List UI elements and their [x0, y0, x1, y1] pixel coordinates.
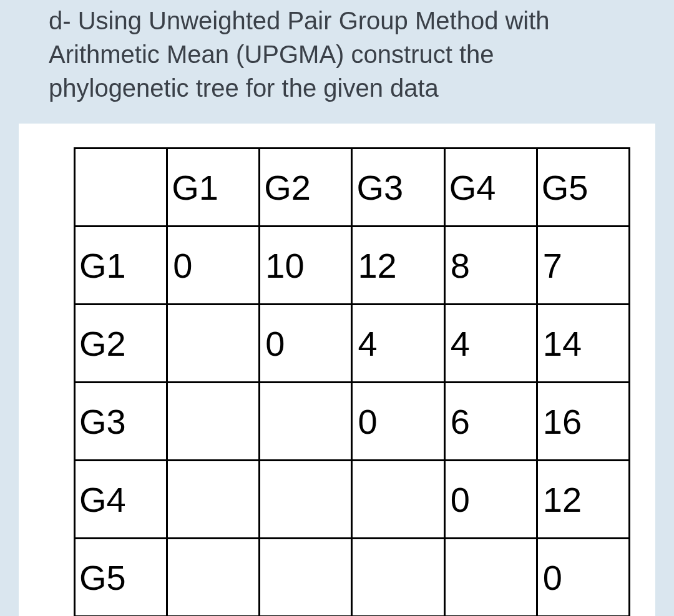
header-empty [75, 149, 167, 227]
cell: 10 [260, 227, 352, 305]
row-label-g1: G1 [75, 227, 167, 305]
cell: 0 [260, 305, 352, 383]
cell: 12 [537, 461, 629, 539]
cell: 0 [537, 539, 629, 617]
header-g4: G4 [444, 149, 537, 227]
cell [260, 539, 352, 617]
cell: 0 [167, 227, 260, 305]
header-g5: G5 [537, 149, 629, 227]
cell [167, 461, 260, 539]
table-row: G5 0 [75, 539, 630, 617]
row-label-g3: G3 [75, 383, 167, 461]
cell [444, 539, 537, 617]
cell: 8 [444, 227, 537, 305]
cell [167, 383, 260, 461]
cell: 4 [444, 305, 537, 383]
header-g3: G3 [352, 149, 444, 227]
cell [352, 539, 444, 617]
cell: 14 [537, 305, 629, 383]
cell [167, 305, 260, 383]
header-g2: G2 [260, 149, 352, 227]
row-label-g5: G5 [75, 539, 167, 617]
question-text: d- Using Unweighted Pair Group Method wi… [0, 0, 674, 124]
cell [352, 461, 444, 539]
table-row: G2 0 4 4 14 [75, 305, 630, 383]
row-label-g4: G4 [75, 461, 167, 539]
cell: 0 [444, 461, 537, 539]
header-g1: G1 [167, 149, 260, 227]
table-header-row: G1 G2 G3 G4 G5 [75, 149, 630, 227]
distance-matrix-table: G1 G2 G3 G4 G5 G1 0 10 12 8 7 G2 0 4 4 1… [74, 147, 630, 616]
table-row: G4 0 12 [75, 461, 630, 539]
cell: 16 [537, 383, 629, 461]
cell: 4 [352, 305, 444, 383]
cell: 0 [352, 383, 444, 461]
table-row: G3 0 6 16 [75, 383, 630, 461]
table-row: G1 0 10 12 8 7 [75, 227, 630, 305]
cell: 6 [444, 383, 537, 461]
cell: 12 [352, 227, 444, 305]
row-label-g2: G2 [75, 305, 167, 383]
cell [167, 539, 260, 617]
cell [260, 383, 352, 461]
cell: 7 [537, 227, 629, 305]
table-container: G1 G2 G3 G4 G5 G1 0 10 12 8 7 G2 0 4 4 1… [19, 124, 655, 616]
cell [260, 461, 352, 539]
